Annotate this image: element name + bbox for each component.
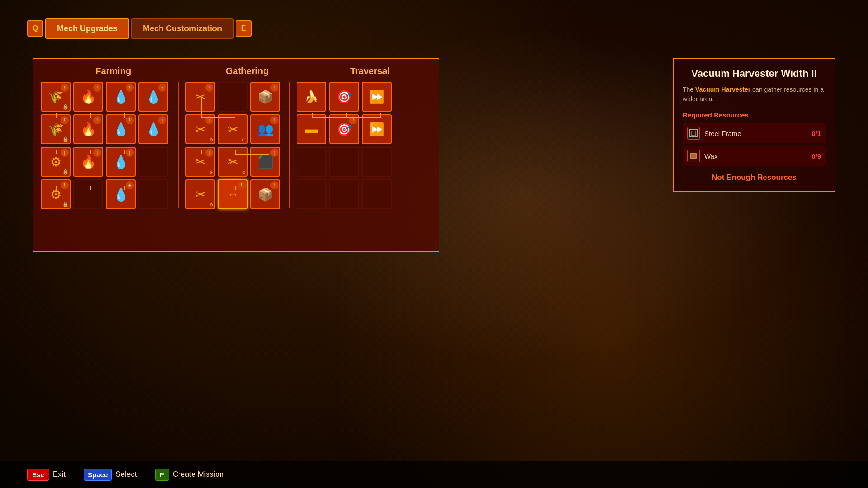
farming-node-2-3	[138, 147, 168, 177]
create-mission-label: Create Mission	[173, 470, 224, 479]
farming-node-3-3	[138, 179, 168, 209]
farming-node-2-0[interactable]: ⚙ ! 🔒	[41, 147, 71, 177]
farming-node-1-0[interactable]: 🌾 ! 🔒	[41, 114, 71, 144]
farming-node-0-2[interactable]: 💧 !	[106, 82, 136, 112]
steel-frame-name: Steel Frame	[704, 130, 811, 137]
key-e-badge: E	[236, 20, 252, 37]
select-label: Select	[115, 470, 137, 479]
gathering-node-2-0[interactable]: ✂ ! ⚙	[185, 147, 215, 177]
farming-node-1-3[interactable]: 💧 ↑	[138, 114, 168, 144]
top-navigation: Q Mech Upgrades Mech Customization E	[27, 18, 252, 39]
gathering-section: ✂ ! 📦 ! ✂ ↑ ⚙ ✂ ⚙ �	[185, 82, 283, 208]
tab-mech-customization[interactable]: Mech Customization	[131, 18, 234, 39]
column-headers: Farming Gathering Traversal	[41, 66, 431, 76]
farming-grid: 🌾 ! 🔒 🔥 ! 💧 ! 💧 ↑ 🌾	[41, 82, 172, 208]
traversal-node-1-2[interactable]: ⏩	[362, 114, 392, 144]
gathering-node-1-0[interactable]: ✂ ↑ ⚙	[185, 114, 215, 144]
farming-node-2-2[interactable]: 💧 !	[106, 147, 136, 177]
space-key: Space	[84, 469, 112, 481]
farming-node-0-1[interactable]: 🔥 !	[73, 82, 103, 112]
gathering-node-3-1[interactable]: ↔ !	[218, 179, 248, 209]
gathering-header: Gathering	[193, 66, 302, 76]
farming-node-1-1[interactable]: 🔥 !	[73, 114, 103, 144]
gathering-node-2-2[interactable]: ⬛ !	[250, 147, 280, 177]
traversal-node-2-1	[329, 147, 359, 177]
traversal-node-0-1[interactable]: 🎯	[329, 82, 359, 112]
svg-rect-25	[691, 154, 696, 158]
farming-node-3-2[interactable]: 💧 +	[106, 179, 136, 209]
gathering-grid: ✂ ! 📦 ! ✂ ↑ ⚙ ✂ ⚙ �	[185, 82, 283, 208]
farming-header: Farming	[48, 66, 179, 76]
traversal-header: Traversal	[316, 66, 424, 76]
farming-node-0-3[interactable]: 💧 ↑	[138, 82, 168, 112]
farming-node-1-2[interactable]: 💧 !	[106, 114, 136, 144]
farming-node-3-0[interactable]: ⚙ ! 🔒	[41, 179, 71, 209]
traversal-grid: 🍌 🎯 ⏩ ▬ 🎯 ! ⏩	[297, 82, 394, 208]
traversal-node-3-2	[362, 179, 392, 209]
highlight-text: Vacuum Harvester	[695, 86, 750, 93]
steel-frame-icon	[687, 127, 700, 140]
gathering-node-1-2[interactable]: 👥 !	[250, 114, 280, 144]
hud-create-mission-action: F Create Mission	[155, 469, 224, 481]
f-key: F	[155, 469, 169, 481]
esc-key: Esc	[27, 469, 49, 481]
gathering-node-0-2[interactable]: 📦 !	[250, 82, 280, 112]
wax-count: 0/9	[811, 152, 821, 160]
wax-name: Wax	[704, 152, 811, 160]
key-q-badge: Q	[27, 20, 43, 37]
farming-node-3-1	[73, 179, 103, 209]
svg-rect-23	[691, 131, 696, 136]
farming-node-2-1[interactable]: 🔥 !	[73, 147, 103, 177]
tab-mech-upgrades[interactable]: Mech Upgrades	[45, 18, 129, 39]
traversal-section: 🍌 🎯 ⏩ ▬ 🎯 ! ⏩	[297, 82, 394, 208]
upgrade-description: The Vacuum Harvester can gather resource…	[683, 85, 826, 104]
exit-label: Exit	[53, 470, 66, 479]
hud-select-action: Space Select	[84, 469, 137, 481]
not-enough-resources: Not Enough Resources	[683, 173, 826, 182]
farming-section: 🌾 ! 🔒 🔥 ! 💧 ! 💧 ↑ 🌾	[41, 82, 172, 208]
traversal-node-0-2[interactable]: ⏩	[362, 82, 392, 112]
info-panel: Vacuum Harvester Width II The Vacuum Har…	[673, 58, 835, 192]
gathering-node-2-1[interactable]: ✂ ⚙	[218, 147, 248, 177]
resource-wax: Wax 0/9	[683, 146, 826, 166]
gathering-node-0-1	[218, 82, 248, 112]
upgrade-title: Vacuum Harvester Width II	[683, 68, 826, 80]
upgrade-panel: Farming Gathering Traversal	[33, 58, 439, 252]
gathering-node-3-0[interactable]: ✂ ⚙	[185, 179, 215, 209]
traversal-node-2-0	[297, 147, 326, 177]
separator-1	[178, 82, 179, 208]
traversal-node-3-0	[297, 179, 326, 209]
separator-2	[289, 82, 290, 208]
gathering-node-1-1[interactable]: ✂ ⚙	[218, 114, 248, 144]
wax-icon	[687, 150, 700, 162]
traversal-node-3-1	[329, 179, 359, 209]
steel-frame-count: 0/1	[811, 130, 821, 137]
gathering-node-3-2[interactable]: 📦 !	[250, 179, 280, 209]
grids-container: 🌾 ! 🔒 🔥 ! 💧 ! 💧 ↑ 🌾	[41, 82, 431, 208]
gathering-node-0-0[interactable]: ✂ !	[185, 82, 215, 112]
traversal-node-1-1[interactable]: 🎯 !	[329, 114, 359, 144]
farming-node-0-0[interactable]: 🌾 ! 🔒	[41, 82, 71, 112]
hud-exit-action: Esc Exit	[27, 469, 66, 481]
required-resources-label: Required Resources	[683, 111, 826, 119]
traversal-node-1-0[interactable]: ▬	[297, 114, 326, 144]
bottom-hud: Esc Exit Space Select F Create Mission	[0, 461, 868, 488]
resource-steel-frame: Steel Frame 0/1	[683, 123, 826, 143]
traversal-node-0-0[interactable]: 🍌	[297, 82, 326, 112]
traversal-node-2-2	[362, 147, 392, 177]
